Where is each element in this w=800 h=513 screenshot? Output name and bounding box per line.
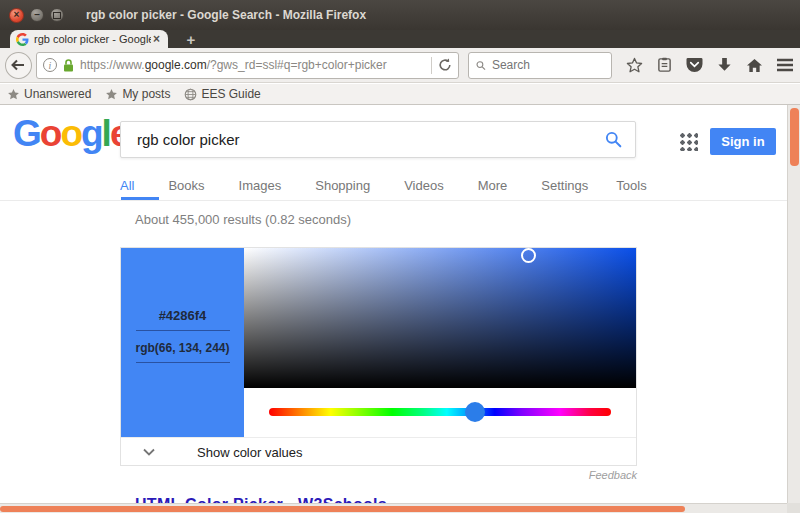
browser-search-box[interactable] [468,52,612,79]
hue-slider-thumb[interactable] [465,402,485,422]
bookmarks-menu-button[interactable] [650,52,680,79]
logo-letter: o [60,113,81,154]
bookmark-item-unanswered[interactable]: Unanswered [7,87,91,101]
bookmark-star-button[interactable] [620,52,650,79]
pocket-button[interactable] [680,52,710,79]
rgb-value: rgb(66, 134, 244) [135,341,229,355]
tab-more[interactable]: More [478,178,508,193]
logo-letter: G [13,113,40,154]
lock-icon [63,59,74,72]
google-logo[interactable]: Google [13,113,128,155]
home-button[interactable] [740,52,770,79]
bookmark-item-ees-guide[interactable]: EES Guide [184,87,260,101]
pocket-icon [686,57,703,73]
tabs-divider [0,200,787,201]
toolbar-icons [620,52,800,79]
sign-in-button[interactable]: Sign in [710,128,776,155]
tab-shopping[interactable]: Shopping [315,178,370,193]
tab-books[interactable]: Books [168,178,204,193]
browser-window: rgb color picker - Google Search - Mozil… [0,0,800,513]
color-swatch: #4286f4 rgb(66, 134, 244) [121,248,244,437]
bookmark-star-icon [105,88,118,101]
downloads-button[interactable] [710,52,740,79]
url-prefix: https://www. [80,58,145,72]
tab-close-icon[interactable]: × [151,32,162,46]
clipboard-icon [657,57,672,73]
window-close-icon[interactable] [9,8,24,23]
google-search-input[interactable] [121,131,591,148]
horizontal-scrollbar-thumb[interactable] [0,506,685,512]
settings-menu[interactable]: Settings [541,178,588,193]
swatch-divider [136,362,230,363]
bookmark-label: My posts [122,87,170,101]
browser-tab[interactable]: rgb color picker - Google × [10,30,168,48]
back-arrow-icon [11,59,25,71]
color-picker-card: #4286f4 rgb(66, 134, 244) [120,247,637,466]
hex-value: #4286f4 [159,308,207,323]
url-bar[interactable]: i https://www.google.com/?gws_rd=ssl#q=r… [36,52,459,79]
menu-button[interactable] [770,52,800,79]
reload-button[interactable] [438,58,452,72]
logo-letter: g [81,113,102,154]
search-icon [476,60,486,71]
tab-all[interactable]: All [120,178,134,193]
hue-slider[interactable] [269,408,611,416]
feedback-link[interactable]: Feedback [120,469,637,481]
results-nav-tabs: All Books Images Shopping Videos More Se… [120,178,636,193]
show-color-values-label: Show color values [197,445,303,460]
urlbar-divider [431,57,432,74]
page-content: Google Sign in All Books Images Shopping… [0,105,800,513]
window-titlebar: rgb color picker - Google Search - Mozil… [0,0,800,30]
gradient-marker[interactable] [521,248,536,263]
vertical-scrollbar-thumb[interactable] [790,108,799,166]
download-icon [717,57,732,73]
google-search-box[interactable] [120,121,636,158]
new-tab-button[interactable] [178,31,204,48]
bookmark-item-my-posts[interactable]: My posts [105,87,170,101]
show-color-values-row[interactable]: Show color values [121,437,636,466]
saturation-value-gradient[interactable] [244,248,636,388]
url-text: https://www.google.com/?gws_rd=ssl#q=rgb… [80,58,425,72]
logo-letter: o [40,113,61,154]
window-title: rgb color picker - Google Search - Mozil… [86,8,366,22]
tab-images[interactable]: Images [239,178,282,193]
browser-search-input[interactable] [492,58,604,72]
logo-letter: l [102,113,110,154]
scrollbar-corner [787,503,800,513]
bookmark-star-icon [7,88,20,101]
hue-slider-row [244,388,636,437]
bookmarks-toolbar: Unanswered My posts EES Guide [0,84,800,105]
chevron-down-icon [143,448,155,456]
back-button[interactable] [5,52,32,79]
search-magnifier-icon [605,131,622,148]
url-domain: google.com [145,58,207,72]
google-apps-grid-icon[interactable] [679,132,698,151]
page-info-icon[interactable]: i [43,58,57,72]
result-stats: About 455,000 results (0.82 seconds) [135,212,351,227]
tab-title: rgb color picker - Google [34,33,151,45]
swatch-divider [136,330,230,331]
bookmark-label: EES Guide [201,87,260,101]
google-favicon-icon [16,33,29,46]
vertical-scrollbar-track[interactable] [787,105,800,503]
window-minimize-icon[interactable] [30,8,44,22]
tools-menu[interactable]: Tools [616,178,646,193]
google-search-button[interactable] [591,122,635,157]
globe-icon [184,88,197,101]
home-icon [746,58,763,73]
tab-videos[interactable]: Videos [404,178,444,193]
horizontal-scrollbar-track[interactable] [0,503,787,513]
hamburger-icon [776,58,794,72]
navigation-toolbar: i https://www.google.com/?gws_rd=ssl#q=r… [0,48,800,83]
url-path: /?gws_rd=ssl#q=rgb+color+picker [207,58,387,72]
window-maximize-icon[interactable] [50,8,64,22]
tab-bar: rgb color picker - Google × [0,30,800,48]
bookmark-label: Unanswered [24,87,91,101]
star-icon [626,57,643,74]
